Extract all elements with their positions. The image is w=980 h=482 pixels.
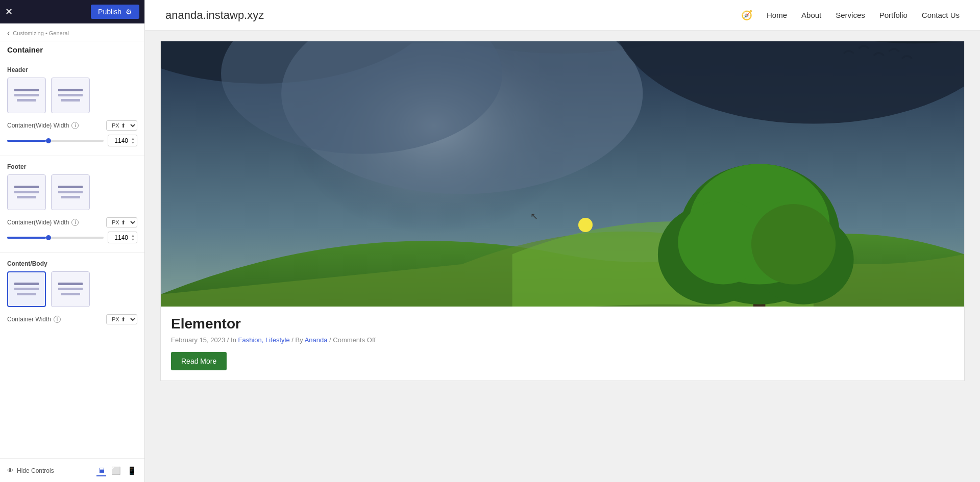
top-bar: ✕ Publish ⚙ [0, 0, 144, 23]
layout-line [17, 196, 36, 198]
layout-line [14, 283, 39, 285]
layout-line [14, 94, 39, 96]
mobile-view-button[interactable]: 📱 [126, 465, 138, 476]
publish-button[interactable]: Publish ⚙ [91, 5, 139, 19]
footer-info-icon[interactable]: i [71, 219, 79, 226]
hide-controls-toggle[interactable]: 👁 Hide Controls [7, 467, 54, 474]
footer-width-input[interactable]: ▲ ▼ [108, 232, 137, 243]
header-layout-card-2[interactable] [51, 78, 90, 113]
site-logo: ananda.instawp.xyz [165, 9, 264, 22]
footer-layout-card-1[interactable] [7, 174, 46, 210]
compass-icon: 🧭 [741, 10, 752, 21]
divider-1 [0, 156, 144, 156]
main-content: ↖ Elementor February 15, 2023 / In Fashi… [145, 31, 980, 401]
read-more-button[interactable]: Read More [171, 352, 227, 370]
footer-width-value[interactable] [110, 234, 128, 241]
layout-line [14, 186, 39, 188]
nav-services[interactable]: Services [836, 11, 865, 19]
header-decrement-btn[interactable]: ▼ [131, 141, 135, 144]
header-layout-card-1[interactable] [7, 78, 46, 113]
content-info-icon[interactable]: i [54, 316, 61, 323]
breadcrumb: Customizing • General [13, 30, 69, 36]
layout-line [14, 191, 39, 193]
header-info-icon[interactable]: i [71, 122, 79, 129]
content-width-header: Container Width i PX ⬆ [7, 314, 137, 324]
post-card: ↖ Elementor February 15, 2023 / In Fashi… [160, 41, 965, 381]
content-section-label: Content/Body [0, 255, 144, 271]
footer-slider-row: ▲ ▼ [7, 232, 137, 243]
post-date: February 15, 2023 [171, 336, 225, 344]
header-width-value[interactable] [110, 137, 128, 144]
layout-line [58, 283, 83, 285]
svg-point-15 [751, 204, 836, 284]
layout-line [58, 89, 83, 91]
layout-line [17, 293, 36, 295]
layout-line [58, 94, 83, 96]
header-layout-options [0, 78, 144, 120]
header-slider-track[interactable] [7, 140, 104, 142]
footer-width-header: Container(Wide) Width i PX ⬆ [7, 217, 137, 227]
footer-slider-track[interactable] [7, 237, 104, 239]
tablet-view-button[interactable]: ⬜ [110, 465, 122, 476]
post-author[interactable]: Ananda [305, 336, 328, 344]
publish-label: Publish [98, 8, 121, 16]
close-button[interactable]: ✕ [5, 7, 13, 16]
footer-section-label: Footer [0, 158, 144, 174]
content-width-label: Container Width i [7, 316, 61, 323]
nav-about[interactable]: About [801, 11, 821, 19]
site-nav: ananda.instawp.xyz 🧭 Home About Services… [145, 0, 980, 31]
hide-controls-label: Hide Controls [17, 467, 54, 474]
layout-line [58, 186, 83, 188]
layout-line [58, 288, 83, 290]
header-spinners: ▲ ▼ [131, 137, 135, 144]
layout-line [14, 288, 39, 290]
eye-icon: 👁 [7, 467, 14, 474]
layout-line [61, 293, 80, 295]
content-width-control: Container Width i PX ⬆ [0, 314, 144, 336]
content-layout-options [0, 271, 144, 314]
footer-width-control: Container(Wide) Width i PX ⬆ ▲ ▼ [0, 217, 144, 250]
divider-2 [0, 252, 144, 253]
layout-line [17, 99, 36, 102]
footer-layout-card-2[interactable] [51, 174, 90, 210]
post-meta-area: Elementor February 15, 2023 / In Fashion… [161, 307, 964, 380]
header-section-label: Header [0, 61, 144, 78]
footer-slider-thumb [46, 235, 51, 240]
footer-increment-btn[interactable]: ▲ [131, 234, 135, 237]
footer-width-label: Container(Wide) Width i [7, 219, 79, 226]
post-image-svg [161, 41, 964, 307]
footer-unit-select[interactable]: PX ⬆ [106, 217, 137, 227]
header-slider-thumb [46, 138, 51, 143]
nav-links: 🧭 Home About Services Portfolio Contact … [741, 10, 960, 21]
content-layout-card-1[interactable] [7, 271, 46, 307]
footer-layout-options [0, 174, 144, 217]
hide-controls-bar: 👁 Hide Controls 🖥 ⬜ 📱 [0, 459, 145, 482]
content-layout-card-2[interactable] [51, 271, 90, 307]
post-meta: February 15, 2023 / In Fashion, Lifestyl… [171, 336, 954, 344]
header-slider-row: ▲ ▼ [7, 135, 137, 146]
preview-area: ananda.instawp.xyz 🧭 Home About Services… [145, 0, 980, 482]
header-width-header: Container(Wide) Width i PX ⬆ [7, 120, 137, 131]
layout-line [58, 191, 83, 193]
gear-icon: ⚙ [126, 8, 132, 16]
device-icons: 🖥 ⬜ 📱 [96, 465, 138, 476]
post-image: ↖ [161, 41, 964, 307]
nav-portfolio[interactable]: Portfolio [879, 11, 908, 19]
footer-spinners: ▲ ▼ [131, 234, 135, 241]
breadcrumb-bar: ‹ Customizing • General [0, 23, 144, 41]
footer-decrement-btn[interactable]: ▼ [131, 238, 135, 241]
content-unit-select[interactable]: PX ⬆ [106, 314, 137, 324]
header-width-label: Container(Wide) Width i [7, 122, 79, 129]
header-unit-select[interactable]: PX ⬆ [106, 120, 137, 131]
nav-contact[interactable]: Contact Us [922, 11, 960, 19]
back-button[interactable]: ‹ [7, 29, 10, 38]
layout-line [61, 196, 80, 198]
header-increment-btn[interactable]: ▲ [131, 137, 135, 140]
panel-title: Container [0, 41, 144, 61]
desktop-view-button[interactable]: 🖥 [96, 465, 106, 476]
nav-home[interactable]: Home [767, 11, 787, 19]
post-categories[interactable]: Fashion, Lifestyle [238, 336, 290, 344]
header-slider-fill [7, 140, 46, 142]
header-width-input[interactable]: ▲ ▼ [108, 135, 137, 146]
layout-line [61, 99, 80, 102]
